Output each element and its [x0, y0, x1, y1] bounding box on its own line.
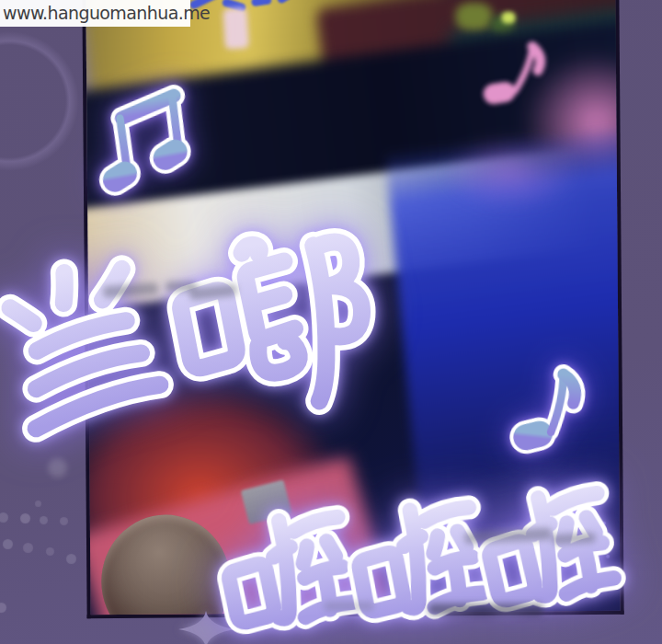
site-watermark-text: www.hanguomanhua.me — [0, 0, 210, 27]
sfx-lalala-hidden-text: 啦啦啦 — [223, 491, 223, 492]
beamed-notes-icon — [86, 76, 208, 213]
comic-page: www.hanguomanhua.me — [0, 0, 662, 644]
site-watermark: www.hanguomanhua.me — [0, 0, 190, 27]
green-highlight-blob — [501, 12, 515, 24]
green-blob — [455, 3, 492, 30]
pink-sign-blur — [223, 7, 249, 49]
watermark-smudge — [428, 604, 543, 615]
sfx-text-lalala: 啦啦啦 — [223, 491, 623, 644]
sfx-text-danglang: 当啷 — [0, 219, 403, 460]
eighth-note-icon — [504, 351, 600, 462]
watermark-smudge — [324, 602, 374, 611]
faint-bubble-ring — [0, 28, 83, 175]
